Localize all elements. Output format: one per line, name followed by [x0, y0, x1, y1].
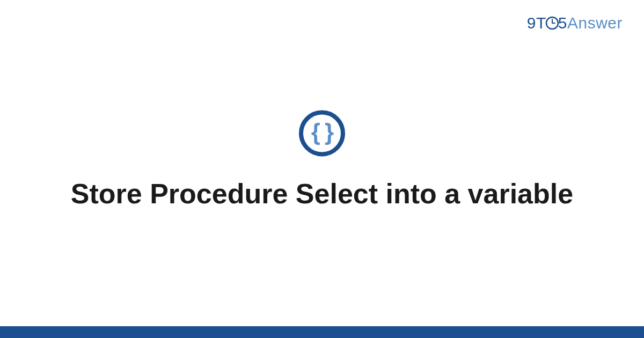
logo-clock-icon	[545, 16, 559, 30]
footer-bar	[0, 326, 644, 338]
logo-text-answer: Answer	[567, 14, 623, 32]
logo-text-9t: 9T	[527, 14, 546, 32]
logo-text-5: 5	[558, 14, 567, 32]
page-title: Store Procedure Select into a variable	[71, 177, 573, 211]
site-logo: 9T5Answer	[527, 14, 623, 32]
main-content: { } Store Procedure Select into a variab…	[0, 110, 644, 211]
braces-glyph: { }	[311, 120, 333, 144]
code-braces-icon: { }	[299, 110, 345, 156]
